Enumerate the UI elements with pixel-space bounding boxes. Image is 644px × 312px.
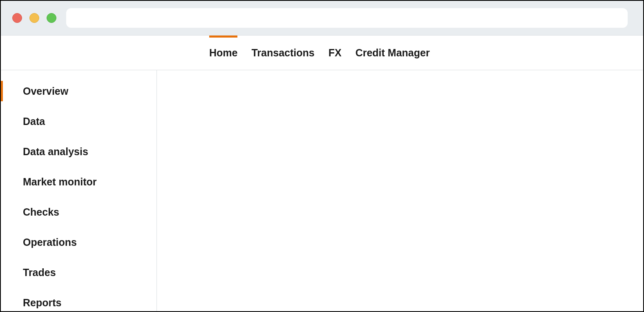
main-content: [157, 70, 643, 311]
top-nav-label: Transactions: [251, 47, 314, 59]
top-nav-transactions[interactable]: Transactions: [251, 36, 314, 70]
sidebar-item-label: Data: [23, 116, 45, 127]
top-nav-fx[interactable]: FX: [329, 36, 342, 70]
sidebar-item-overview[interactable]: Overview: [1, 76, 157, 106]
top-nav-label: Credit Manager: [356, 47, 430, 59]
sidebar-item-checks[interactable]: Checks: [1, 197, 157, 227]
address-bar[interactable]: [66, 8, 628, 28]
traffic-lights: [12, 13, 56, 23]
close-window-icon[interactable]: [12, 13, 22, 23]
sidebar-item-trades[interactable]: Trades: [1, 257, 157, 287]
top-nav: Home Transactions FX Credit Manager: [1, 36, 643, 70]
sidebar-item-label: Trades: [23, 267, 56, 279]
body-area: Overview Data Data analysis Market monit…: [1, 70, 643, 311]
sidebar-item-data[interactable]: Data: [1, 106, 157, 136]
titlebar: [1, 1, 643, 36]
sidebar-item-data-analysis[interactable]: Data analysis: [1, 136, 157, 167]
top-nav-label: Home: [209, 47, 237, 59]
sidebar-item-reports[interactable]: Reports: [1, 287, 157, 311]
minimize-window-icon[interactable]: [29, 13, 39, 23]
sidebar-item-operations[interactable]: Operations: [1, 227, 157, 257]
window-frame: Home Transactions FX Credit Manager Over…: [0, 0, 644, 312]
maximize-window-icon[interactable]: [47, 13, 56, 23]
sidebar-item-label: Checks: [23, 206, 59, 218]
top-nav-credit-manager[interactable]: Credit Manager: [356, 36, 430, 70]
sidebar-item-label: Data analysis: [23, 146, 88, 158]
sidebar: Overview Data Data analysis Market monit…: [1, 70, 157, 311]
top-nav-label: FX: [329, 47, 342, 59]
top-nav-home[interactable]: Home: [209, 36, 237, 70]
sidebar-item-label: Operations: [23, 236, 77, 248]
sidebar-item-market-monitor[interactable]: Market monitor: [1, 167, 157, 197]
sidebar-item-label: Market monitor: [23, 176, 97, 188]
sidebar-item-label: Reports: [23, 297, 61, 309]
sidebar-item-label: Overview: [23, 85, 68, 97]
